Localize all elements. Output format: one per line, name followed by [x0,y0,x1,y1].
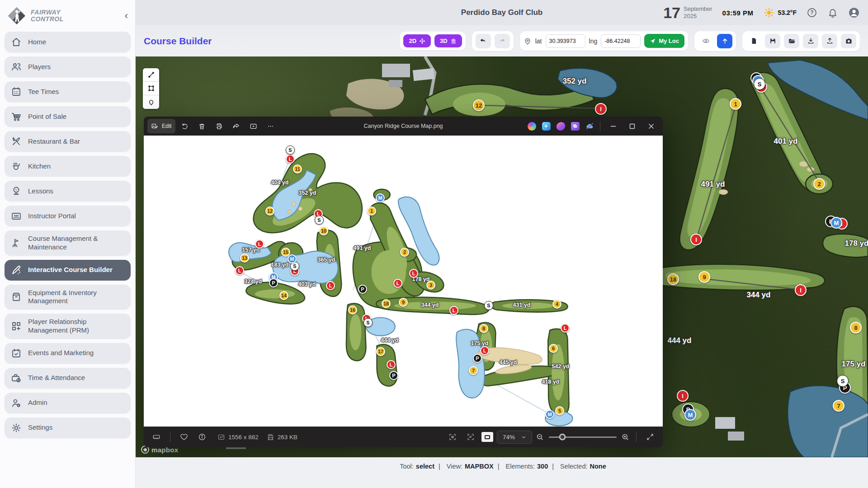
sidebar-item-lessons[interactable]: Lessons [5,181,131,202]
hole-marker[interactable]: 1 [730,98,741,110]
hole-marker[interactable]: 5 [555,406,564,415]
draw-polygon-tool[interactable] [143,82,159,95]
course-marker-P[interactable]: P [269,278,278,287]
hole-marker[interactable]: 12 [473,99,485,111]
fit-to-window-button[interactable] [481,432,493,442]
zoom-in-icon[interactable] [621,433,630,441]
sidebar-item-equipment-inventory[interactable]: Equipment & Inventory Management [5,285,131,310]
course-marker-M[interactable]: M [545,410,554,419]
visibility-eye-icon[interactable] [698,34,713,48]
clipchamp-icon[interactable] [568,119,582,133]
view-2d-button[interactable]: 2D [403,34,431,47]
course-marker-M[interactable]: M [830,217,842,229]
hole-marker[interactable]: 3 [426,281,435,290]
satellite-map[interactable]: 352 yd401 yd491 yd178 yd344 yd444 yd175 … [136,56,868,457]
hole-marker[interactable]: 7 [469,366,478,375]
course-marker-L[interactable]: L [561,324,570,333]
north-up-button[interactable] [717,34,732,48]
zoom-slider-thumb[interactable] [559,434,566,441]
help-icon[interactable]: ? [807,7,817,18]
course-marker-I[interactable]: I [795,284,807,296]
sidebar-item-prm[interactable]: Player Relationship Management (PRM) [5,314,131,339]
lng-input[interactable] [601,34,641,48]
hole-marker[interactable]: 18 [382,299,391,308]
course-marker-P[interactable]: P [473,354,482,363]
edit-button[interactable]: Edit [147,119,175,133]
course-marker-I[interactable]: I [677,390,689,402]
course-marker-L[interactable]: L [255,239,264,249]
sidebar-item-settings[interactable]: Settings [5,418,131,438]
course-marker-I[interactable]: I [690,234,702,245]
my-location-button[interactable]: My Loc [644,34,684,48]
sidebar-collapse-button[interactable]: ‹ [125,11,128,21]
new-file-icon[interactable] [746,34,761,48]
hole-marker[interactable]: 7 [833,400,844,412]
sidebar-item-time-attendance[interactable]: Time & Attendance [5,368,131,389]
onedrive-offline-icon[interactable] [583,119,596,133]
text-extract-icon[interactable] [463,430,478,444]
course-map-canvas[interactable]: 404 yd352 yd365 yd491 yd157 yd183 yd324 … [144,136,663,427]
sidebar-item-course-management[interactable]: Course Management & Maintenance [5,230,131,256]
sidebar-item-events-marketing[interactable]: Events and Marketing [5,343,131,364]
hole-marker[interactable]: 16 [348,305,357,314]
course-marker-M[interactable]: M [376,193,385,202]
camera-icon[interactable] [841,34,856,48]
hole-marker[interactable]: 18 [667,273,679,285]
hole-marker[interactable]: 2 [400,248,409,257]
sidebar-item-kitchen[interactable]: Kitchen [5,156,131,177]
hole-marker[interactable]: 12 [265,206,274,216]
course-marker-P[interactable]: P [389,371,398,380]
course-marker-L[interactable]: L [409,269,418,278]
course-marker-M[interactable]: M [288,254,297,263]
zoom-out-icon[interactable] [536,433,544,441]
course-marker-L[interactable]: L [235,266,244,275]
course-marker-S[interactable]: S [837,375,849,387]
course-marker-L[interactable]: L [449,306,458,315]
more-options-icon[interactable] [263,119,278,133]
zoom-level-dropdown[interactable]: 74% [497,431,532,444]
lat-input[interactable] [546,34,585,48]
course-marker-S[interactable]: S [315,216,324,225]
viewer-titlebar[interactable]: Edit Canyon Ridge Course Map.png [144,117,663,136]
course-marker-L[interactable]: L [286,155,295,164]
hole-marker[interactable]: 11 [293,164,302,174]
hole-marker[interactable]: 13 [240,253,249,263]
hole-marker[interactable]: 4 [552,300,561,309]
hole-marker[interactable]: 17 [376,347,385,356]
course-marker-L[interactable]: L [326,281,335,290]
user-avatar-icon[interactable] [848,7,860,19]
sidebar-item-players[interactable]: Players [5,56,131,77]
course-marker-S[interactable]: S [484,301,493,310]
favorite-heart-icon[interactable] [177,430,191,444]
course-marker-L[interactable]: L [393,279,402,288]
sidebar-item-instructor-portal[interactable]: Instructor Portal [5,206,131,226]
hole-marker[interactable]: 10 [319,226,328,235]
hole-marker[interactable]: 9 [399,298,408,307]
photos-ai-icon[interactable] [539,119,553,133]
draw-point-tool[interactable] [143,95,159,109]
course-marker-I[interactable]: I [595,103,607,115]
sidebar-item-tee-times[interactable]: Tee Times [5,81,131,102]
redo-button[interactable] [495,34,510,48]
delete-icon[interactable] [194,119,210,133]
visual-search-icon[interactable] [445,430,460,444]
notifications-bell-icon[interactable] [827,7,838,18]
video-icon[interactable] [246,119,261,133]
course-marker-S[interactable]: S [754,78,765,90]
hole-marker[interactable]: 6 [549,344,558,353]
course-marker-S[interactable]: S [363,318,373,327]
designer-icon[interactable] [554,119,567,133]
sidebar-item-admin[interactable]: Admin [5,393,131,413]
hole-marker[interactable]: 14 [279,291,288,300]
save-icon[interactable] [765,34,780,48]
print-icon[interactable] [212,119,227,133]
open-folder-icon[interactable] [784,34,799,48]
course-marker-L[interactable]: L [387,360,396,369]
draw-line-tool[interactable] [143,68,159,82]
course-marker-M[interactable]: M [684,409,696,421]
hole-marker[interactable]: 8 [479,324,488,333]
sidebar-item-interactive-course-builder[interactable]: Interactive Course Builder [5,260,131,281]
hole-marker[interactable]: 9 [698,271,710,283]
hole-marker[interactable]: 1 [367,206,376,216]
maximize-button[interactable] [623,119,641,133]
